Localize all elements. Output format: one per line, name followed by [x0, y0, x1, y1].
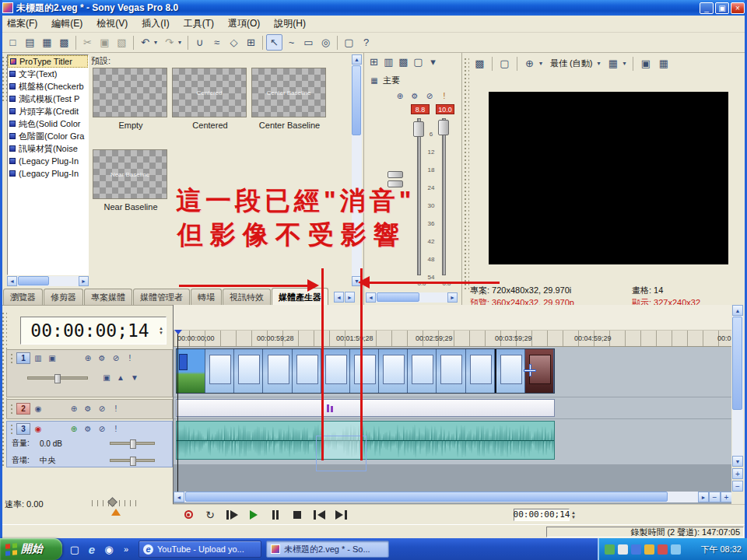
- scroll-left-icon[interactable]: ◄: [7, 276, 17, 286]
- menu-tools[interactable]: 工具(T): [177, 15, 221, 33]
- timeline-v-scrollbar[interactable]: ▲ ▼ + −: [732, 305, 743, 504]
- scroll-thumb[interactable]: [185, 492, 668, 502]
- tray-messenger-icon[interactable]: [618, 544, 628, 555]
- ignore-grouping-icon[interactable]: ⊞: [243, 34, 259, 51]
- auto-ripple-icon[interactable]: ≈: [209, 34, 225, 51]
- tab-trimmer[interactable]: 修剪器: [44, 289, 83, 305]
- list-h-scrollbar[interactable]: ◄ ►: [7, 276, 89, 286]
- normal-edit-tool-icon[interactable]: ↖: [266, 34, 282, 51]
- slider-handle[interactable]: [54, 374, 61, 383]
- list-item-text[interactable]: 文字(Text): [8, 68, 88, 80]
- master-clip-icon[interactable]: !: [438, 90, 451, 102]
- spin-down-icon[interactable]: ▼: [571, 515, 576, 520]
- overlays-dropdown-icon[interactable]: ▾: [622, 60, 629, 67]
- play-from-start-button[interactable]: [223, 507, 241, 522]
- scroll-thumb[interactable]: [18, 276, 49, 285]
- save-snapshot-icon[interactable]: ▦: [655, 55, 672, 72]
- fader-handle-left[interactable]: [413, 121, 424, 137]
- track-mute-icon[interactable]: ⊘: [110, 352, 122, 364]
- scroll-thumb[interactable]: [732, 317, 742, 410]
- slider-handle[interactable]: [130, 439, 136, 449]
- show-desktop-icon[interactable]: ▢: [67, 541, 82, 557]
- tab-media-manager[interactable]: 媒體管理者: [133, 289, 190, 305]
- title-bar[interactable]: 未標題的2.veg * - Sony Vegas Pro 8.0 _ ▣ ×: [0, 0, 747, 16]
- list-item-protype-titler[interactable]: ProType Titler: [8, 55, 88, 68]
- tab-project-media[interactable]: 專案媒體: [84, 289, 132, 305]
- edit-cursor-head-icon[interactable]: [174, 330, 182, 334]
- track-number[interactable]: 1: [16, 352, 30, 364]
- bus-mini-fader-1[interactable]: [388, 171, 403, 178]
- preview-on-external-monitor-icon[interactable]: ▢: [496, 55, 513, 72]
- split-screen-icon[interactable]: ⊕: [521, 55, 538, 72]
- project-video-properties-icon[interactable]: ▩: [472, 55, 488, 72]
- track-mute-icon[interactable]: ⊘: [96, 423, 108, 435]
- master-pan-icon[interactable]: ⊕: [394, 90, 406, 102]
- dock-grip[interactable]: [464, 58, 469, 291]
- list-item-color-gradient[interactable]: 色階圖(Color Gra: [8, 130, 88, 142]
- cut-icon[interactable]: ✂: [79, 34, 96, 51]
- track-grip[interactable]: [10, 353, 15, 364]
- timeline-area[interactable]: 00:00:00;00 00:00:59;28 00:01:59;28 00:0…: [173, 305, 731, 504]
- minimize-button[interactable]: _: [700, 2, 714, 14]
- split-screen-dropdown-icon[interactable]: ▾: [539, 60, 545, 67]
- loop-playback-button[interactable]: ↻: [201, 507, 219, 522]
- track-solo-icon[interactable]: !: [110, 423, 122, 435]
- track-solo-icon[interactable]: !: [124, 352, 136, 364]
- track-level-slider[interactable]: [27, 376, 88, 380]
- tray-ime-icon[interactable]: [671, 544, 681, 555]
- track-down-icon[interactable]: ▼: [128, 372, 141, 383]
- bus-mini-fader-2[interactable]: [388, 180, 403, 187]
- menu-view[interactable]: 檢視(V): [89, 15, 135, 33]
- track-view-icon[interactable]: ▣: [100, 372, 113, 383]
- track-fx-icon[interactable]: ▣: [46, 352, 58, 364]
- track-arm-icon[interactable]: ◉: [32, 403, 44, 415]
- scroll-down-icon[interactable]: ▼: [352, 276, 362, 286]
- list-item-test-pattern[interactable]: 測試模板(Test P: [8, 93, 88, 105]
- timeline-h-scrollbar[interactable]: ◄ ► − +: [174, 492, 731, 502]
- track-pan-icon[interactable]: ⊕: [82, 352, 94, 364]
- v-zoom-in-icon[interactable]: +: [732, 468, 743, 479]
- quality-dropdown-icon[interactable]: ▾: [597, 60, 603, 67]
- preset-centered[interactable]: Centered Centered: [172, 68, 248, 130]
- close-button[interactable]: ×: [731, 2, 745, 14]
- scroll-track[interactable]: [184, 492, 698, 502]
- zoom-in-icon[interactable]: +: [721, 492, 731, 502]
- list-item-credit-roll[interactable]: 片頭字幕(Credit: [8, 105, 88, 117]
- insert-fx-icon[interactable]: ▥: [382, 55, 395, 68]
- track-header-2[interactable]: 2 ◉ ⊕ ⚙ ⊘ !: [6, 399, 173, 419]
- master-mute-icon[interactable]: ⊘: [423, 90, 436, 102]
- menu-insert[interactable]: 插入(I): [135, 15, 176, 33]
- tray-antivirus-icon[interactable]: [605, 544, 615, 555]
- save-project-icon[interactable]: ▦: [39, 34, 55, 51]
- track-grip[interactable]: [10, 424, 15, 435]
- fader-groove-right[interactable]: [442, 118, 446, 275]
- preset-empty[interactable]: Empty: [93, 68, 169, 130]
- mixer-downmix-icon[interactable]: ▢: [412, 55, 425, 68]
- tray-volume-icon[interactable]: [658, 544, 668, 555]
- envelope-tool-icon[interactable]: ~: [283, 34, 300, 51]
- track-pan-icon[interactable]: ⊕: [68, 423, 80, 435]
- list-item-legacy-plugin-2[interactable]: (Legacy Plug-In: [8, 167, 88, 180]
- quick-launch-chevron-icon[interactable]: »: [118, 541, 134, 557]
- pause-button[interactable]: [266, 507, 285, 522]
- restore-button[interactable]: ▣: [715, 2, 729, 14]
- scroll-up-icon[interactable]: ▲: [352, 54, 362, 65]
- preview-quality-dropdown[interactable]: 最佳 (自動): [547, 56, 595, 71]
- time-selection-box[interactable]: [316, 436, 366, 471]
- preset-thumbnail[interactable]: [93, 68, 167, 117]
- list-item-solid-color[interactable]: 純色(Solid Color: [8, 117, 88, 130]
- v-zoom-out-icon[interactable]: −: [732, 481, 743, 492]
- new-project-icon[interactable]: □: [5, 34, 21, 51]
- video-preview-screen[interactable]: [489, 92, 728, 264]
- list-item-noise-texture[interactable]: 訊噪材質(Noise: [8, 142, 88, 155]
- scroll-down-icon[interactable]: ▼: [732, 456, 743, 467]
- scroll-right-icon[interactable]: ►: [698, 492, 709, 502]
- tab-media-generators[interactable]: 媒體產生器: [272, 288, 328, 305]
- mixer-properties-icon[interactable]: ▩: [397, 55, 410, 68]
- marker-bar[interactable]: [174, 305, 731, 330]
- snapping-icon[interactable]: ∪: [191, 34, 208, 51]
- list-item-checkerboard[interactable]: 棋盤格(Checkerb: [8, 80, 88, 93]
- fader-handle-right[interactable]: [438, 120, 449, 135]
- fader-groove-left[interactable]: [417, 118, 421, 275]
- track-motion-icon[interactable]: ▥: [32, 352, 44, 364]
